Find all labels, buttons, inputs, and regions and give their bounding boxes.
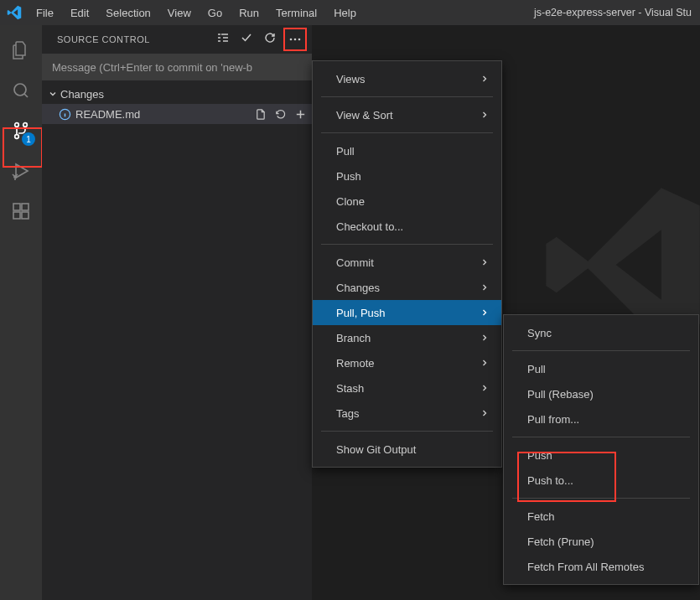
source-control-panel: SOURCE CONTROL Message (Ctrl+Enter to co… xyxy=(42,25,312,600)
svg-point-3 xyxy=(15,135,19,139)
refresh-icon[interactable] xyxy=(260,28,280,48)
activity-source-control[interactable]: 1 xyxy=(0,111,42,151)
menu-view[interactable]: View xyxy=(160,3,199,23)
menu-help[interactable]: Help xyxy=(326,3,364,23)
submenu-pull-from-label: Pull from... xyxy=(527,413,579,426)
scm-more-menu: Views View & Sort Pull Push Clone Checko… xyxy=(312,60,502,468)
submenu-pull[interactable]: Pull xyxy=(504,356,698,381)
submenu-pull-rebase[interactable]: Pull (Rebase) xyxy=(504,381,698,406)
submenu-sync-label: Sync xyxy=(527,327,552,339)
stage-plus-icon[interactable] xyxy=(292,106,309,122)
scm-badge: 1 xyxy=(22,132,35,146)
chevron-right-icon xyxy=(480,257,490,267)
svg-point-11 xyxy=(298,39,301,41)
menu-push[interactable]: Push xyxy=(313,163,501,189)
open-file-icon[interactable] xyxy=(251,106,268,122)
submenu-fetch-prune-label: Fetch (Prune) xyxy=(527,535,594,548)
menu-file[interactable]: File xyxy=(29,3,61,23)
changes-label: Changes xyxy=(60,88,104,101)
svg-point-10 xyxy=(294,39,297,41)
submenu-push-to[interactable]: Push to... xyxy=(504,468,698,493)
menu-views[interactable]: Views xyxy=(313,66,501,91)
submenu-push-label: Push xyxy=(527,449,552,462)
menu-selection[interactable]: Selection xyxy=(98,3,158,23)
activity-bar: 1 xyxy=(0,25,42,600)
chevron-right-icon xyxy=(480,74,490,84)
panel-title: SOURCE CONTROL xyxy=(57,34,150,44)
submenu-pull-rebase-label: Pull (Rebase) xyxy=(527,388,594,401)
more-actions-highlight xyxy=(283,28,307,51)
menu-push-label: Push xyxy=(336,170,361,183)
svg-rect-7 xyxy=(22,212,29,219)
menu-commit[interactable]: Commit xyxy=(313,250,501,275)
menu-commit-label: Commit xyxy=(336,256,374,269)
menu-remote[interactable]: Remote xyxy=(313,350,501,375)
chevron-right-icon xyxy=(480,358,490,368)
window-title: js-e2e-express-server - Visual Stu xyxy=(534,7,692,18)
chevron-down-icon xyxy=(47,88,59,100)
titlebar: File Edit Selection View Go Run Terminal… xyxy=(0,0,700,25)
svg-rect-5 xyxy=(13,204,20,210)
svg-rect-8 xyxy=(22,204,29,210)
menu-changes-label: Changes xyxy=(336,282,380,294)
submenu-push-to-label: Push to... xyxy=(527,474,573,487)
commit-message-input[interactable]: Message (Ctrl+Enter to commit on 'new-b xyxy=(42,54,312,80)
menu-pull-push[interactable]: Pull, Push xyxy=(313,300,501,325)
file-name: README.md xyxy=(75,108,251,121)
more-actions-icon[interactable] xyxy=(285,29,305,49)
menu-clone[interactable]: Clone xyxy=(313,189,501,214)
activity-explorer[interactable] xyxy=(0,30,42,70)
menu-changes[interactable]: Changes xyxy=(313,275,501,300)
menu-pull[interactable]: Pull xyxy=(313,138,501,163)
submenu-pull-from[interactable]: Pull from... xyxy=(504,406,698,432)
changed-file-row[interactable]: README.md xyxy=(42,104,312,124)
svg-point-9 xyxy=(290,39,293,41)
changes-group-header[interactable]: Changes xyxy=(42,84,312,104)
menu-clone-label: Clone xyxy=(336,195,365,208)
menu-terminal[interactable]: Terminal xyxy=(268,3,324,23)
menu-run[interactable]: Run xyxy=(231,3,267,23)
submenu-sync[interactable]: Sync xyxy=(504,320,698,345)
menu-branch-label: Branch xyxy=(336,332,371,344)
tree-view-icon[interactable] xyxy=(213,28,233,48)
panel-actions xyxy=(213,28,307,51)
menu-branch[interactable]: Branch xyxy=(313,325,501,350)
submenu-fetch-prune[interactable]: Fetch (Prune) xyxy=(504,529,698,554)
run-debug-icon xyxy=(11,161,31,181)
svg-point-1 xyxy=(23,123,28,127)
submenu-push[interactable]: Push xyxy=(504,442,698,468)
activity-extensions[interactable] xyxy=(0,191,42,231)
chevron-right-icon xyxy=(480,110,490,120)
chevron-right-icon xyxy=(480,383,490,393)
pull-push-submenu: Sync Pull Pull (Rebase) Pull from... Pus… xyxy=(503,314,699,585)
commit-check-icon[interactable] xyxy=(236,28,257,48)
menu-view-sort[interactable]: View & Sort xyxy=(313,102,501,127)
chevron-right-icon xyxy=(480,408,490,418)
menu-show-git-output[interactable]: Show Git Output xyxy=(313,437,501,462)
chevron-right-icon xyxy=(480,308,490,318)
menu-stash-label: Stash xyxy=(336,382,364,395)
info-file-icon xyxy=(57,106,72,122)
menu-tags[interactable]: Tags xyxy=(313,401,501,426)
menu-edit[interactable]: Edit xyxy=(63,3,96,23)
menu-go[interactable]: Go xyxy=(200,3,230,23)
files-icon xyxy=(11,40,31,60)
commit-placeholder: Message (Ctrl+Enter to commit on 'new-b xyxy=(52,61,252,74)
menu-remote-label: Remote xyxy=(336,357,375,370)
menu-view-sort-label: View & Sort xyxy=(336,109,393,122)
submenu-pull-label: Pull xyxy=(527,363,546,375)
menu-checkout[interactable]: Checkout to... xyxy=(313,214,501,239)
submenu-fetch-all[interactable]: Fetch From All Remotes xyxy=(504,554,698,579)
activity-search[interactable] xyxy=(0,70,42,111)
menu-pull-label: Pull xyxy=(336,145,355,158)
menu-views-label: Views xyxy=(336,73,365,85)
submenu-fetch[interactable]: Fetch xyxy=(504,504,698,529)
extensions-icon xyxy=(11,201,31,221)
menu-stash[interactable]: Stash xyxy=(313,375,501,401)
menu-checkout-label: Checkout to... xyxy=(336,220,403,233)
chevron-right-icon xyxy=(480,282,490,292)
chevron-right-icon xyxy=(480,333,490,343)
submenu-fetch-all-label: Fetch From All Remotes xyxy=(527,561,644,573)
discard-icon[interactable] xyxy=(272,106,288,122)
activity-run-debug[interactable] xyxy=(0,151,42,191)
